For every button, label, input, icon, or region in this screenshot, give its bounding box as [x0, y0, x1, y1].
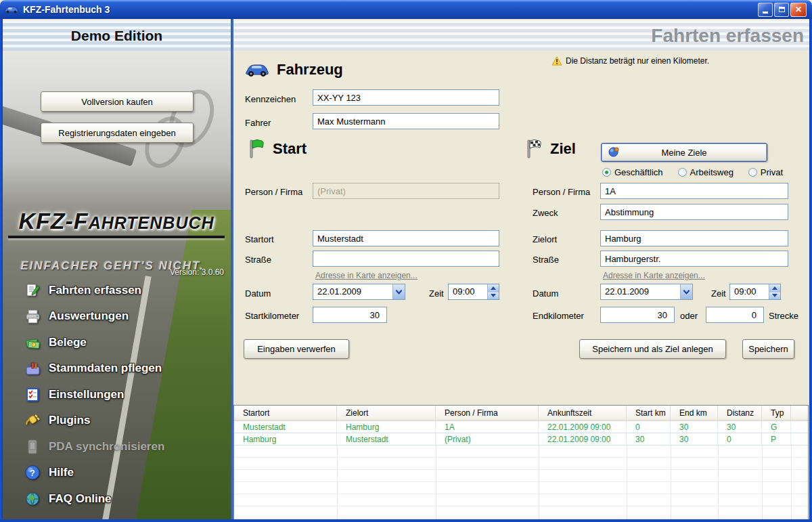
window-border-bottom: [0, 519, 812, 522]
ziel-datum-dropdown-button[interactable]: [680, 284, 692, 299]
cell-start-km: 0: [627, 421, 671, 433]
form-panel: Die Distanz beträgt nur einen Kilometer.…: [233, 51, 809, 519]
minimize-icon: [763, 12, 768, 14]
radio-geschaeftlich[interactable]: Geschäftlich: [602, 167, 663, 177]
cell-typ: G: [762, 421, 791, 433]
start-zeit-down-button[interactable]: [488, 292, 499, 300]
close-button[interactable]: ✕: [790, 3, 807, 17]
sidebar-item-belege[interactable]: Belege: [23, 334, 226, 350]
save-as-ziel-label: Speichern und als Ziel anlegen: [592, 344, 713, 354]
zielort-field[interactable]: [600, 230, 788, 246]
sidebar-item-plugins[interactable]: Plugins: [23, 413, 226, 429]
start-datum-value: 22.01.2009: [313, 284, 392, 299]
ziel-zeit-spinner[interactable]: 09:00: [729, 284, 781, 300]
start-strasse-field[interactable]: [313, 251, 499, 267]
start-datum-picker[interactable]: 22.01.2009: [313, 284, 405, 300]
buy-full-version-button[interactable]: Vollversion kaufen: [41, 91, 194, 112]
ziel-zeit-up-button[interactable]: [769, 284, 780, 292]
cell-ankunftszeit: 22.01.2009 09:00: [539, 421, 627, 433]
cell-end-km: 30: [671, 433, 718, 445]
start-person-label: Person / Firma: [245, 187, 302, 197]
cell-zielort: Musterstadt: [337, 433, 436, 445]
printer-icon: [23, 309, 42, 324]
start-datum-dropdown-button[interactable]: [392, 284, 405, 299]
ziel-strasse-field[interactable]: [600, 251, 788, 267]
column-header-startort[interactable]: Startort: [234, 406, 337, 420]
vehicle-section-header: Fahrzeug: [244, 61, 343, 79]
page-header-band: Fahrten erfassen: [233, 20, 809, 51]
fahrer-field[interactable]: [313, 113, 499, 129]
app-logo: KFZ-FAHRTENBUCH: [8, 208, 225, 238]
column-header-end-km[interactable]: End km: [671, 406, 718, 420]
ziel-datum-picker[interactable]: 22.01.2009: [600, 284, 693, 300]
sidebar-item-einstellungen[interactable]: Einstellungen: [23, 387, 226, 402]
sidebar-item-fahrten-erfassen[interactable]: Fahrten erfassen: [23, 282, 226, 298]
sidebar: Vollversion kaufen Registrierungsdaten e…: [3, 19, 231, 519]
sidebar-item-label: Auswertungen: [49, 309, 129, 323]
cell-person-firma: (Privat): [436, 433, 539, 445]
save-as-ziel-button[interactable]: Speichern und als Ziel anlegen: [579, 339, 726, 359]
minimize-button[interactable]: [758, 3, 773, 17]
start-section-header: Start: [248, 139, 307, 159]
startort-field[interactable]: [313, 230, 499, 246]
cell-end-km: 30: [671, 421, 718, 433]
ziel-zeit-down-button[interactable]: [769, 292, 780, 300]
ziel-map-link[interactable]: Adresse in Karte anzeigen...: [603, 271, 705, 280]
endkilometer-field[interactable]: [600, 307, 675, 323]
page-title: Fahrten erfassen: [651, 25, 804, 47]
car-icon: [244, 63, 270, 77]
start-map-link[interactable]: Adresse in Karte anzeigen...: [315, 271, 418, 280]
main-content: Fahrten erfassen Die Distanz beträgt nur…: [233, 19, 809, 519]
close-icon: ✕: [795, 5, 802, 14]
vehicle-heading: Fahrzeug: [277, 61, 343, 79]
edit-notepad-icon: [23, 282, 42, 298]
maximize-icon: [779, 7, 785, 12]
kennzeichen-field[interactable]: [313, 89, 499, 106]
column-header-start-km[interactable]: Start km: [627, 406, 671, 420]
sidebar-item-faq-online[interactable]: FAQ Online: [23, 491, 226, 506]
table-row[interactable]: Musterstadt Hamburg 1A 22.01.2009 09:00 …: [234, 421, 808, 433]
cell-start-km: 30: [627, 433, 671, 445]
enter-registration-button[interactable]: Registrierungsdaten eingeben: [41, 123, 194, 143]
sidebar-item-hilfe[interactable]: ? Hilfe: [23, 465, 226, 481]
maximize-button[interactable]: [774, 3, 789, 17]
strecke-field[interactable]: [706, 307, 764, 323]
cell-startort: Musterstadt: [234, 421, 337, 433]
discard-button[interactable]: Eingaben verwerfen: [244, 339, 349, 359]
sidebar-background-photo: Vollversion kaufen Registrierungsdaten e…: [3, 51, 231, 519]
start-zeit-spinner[interactable]: 09:00: [448, 284, 499, 300]
warning-text: Die Distanz beträgt nur einen Kilometer.: [566, 56, 709, 66]
window-border-right: [809, 19, 812, 522]
column-header-typ[interactable]: Typ: [762, 406, 791, 420]
sidebar-item-label: Plugins: [49, 414, 90, 427]
save-label: Speichern: [748, 344, 788, 354]
sidebar-item-label: Fahrten erfassen: [49, 284, 141, 297]
column-header-person-firma[interactable]: Person / Firma: [436, 406, 539, 420]
start-datum-label: Datum: [245, 288, 271, 299]
help-icon: ?: [23, 465, 42, 481]
save-button[interactable]: Speichern: [742, 339, 794, 359]
column-gridline: [539, 445, 539, 522]
version-label: Version: 3.0.60: [170, 267, 224, 277]
svg-text:?: ?: [30, 468, 35, 478]
radio-arbeitsweg[interactable]: Arbeitsweg: [678, 167, 734, 177]
column-gridline: [337, 445, 338, 522]
ziel-person-field[interactable]: [600, 183, 788, 199]
table-row[interactable]: Hamburg Musterstadt (Privat) 22.01.2009 …: [234, 433, 808, 445]
column-header-ankunftszeit[interactable]: Ankunftszeit: [539, 406, 627, 420]
column-header-distanz[interactable]: Distanz: [718, 406, 762, 420]
start-zeit-up-button[interactable]: [488, 284, 499, 292]
meine-ziele-button[interactable]: Meine Ziele: [601, 143, 767, 162]
zweck-field[interactable]: [600, 204, 788, 220]
column-header-zielort[interactable]: Zielort: [337, 406, 436, 420]
sidebar-item-stammdaten-pflegen[interactable]: Stammdaten pflegen: [23, 361, 226, 376]
green-flag-icon: [248, 139, 266, 159]
sidebar-item-auswertungen[interactable]: Auswertungen: [23, 309, 226, 324]
cell-startort: Hamburg: [234, 433, 337, 445]
buy-full-version-label: Vollversion kaufen: [81, 97, 153, 107]
fahrer-label: Fahrer: [245, 118, 271, 128]
radio-privat[interactable]: Privat: [748, 167, 783, 177]
start-zeit-label: Zeit: [429, 288, 444, 299]
start-heading: Start: [273, 140, 307, 158]
startkilometer-field[interactable]: [313, 307, 387, 323]
